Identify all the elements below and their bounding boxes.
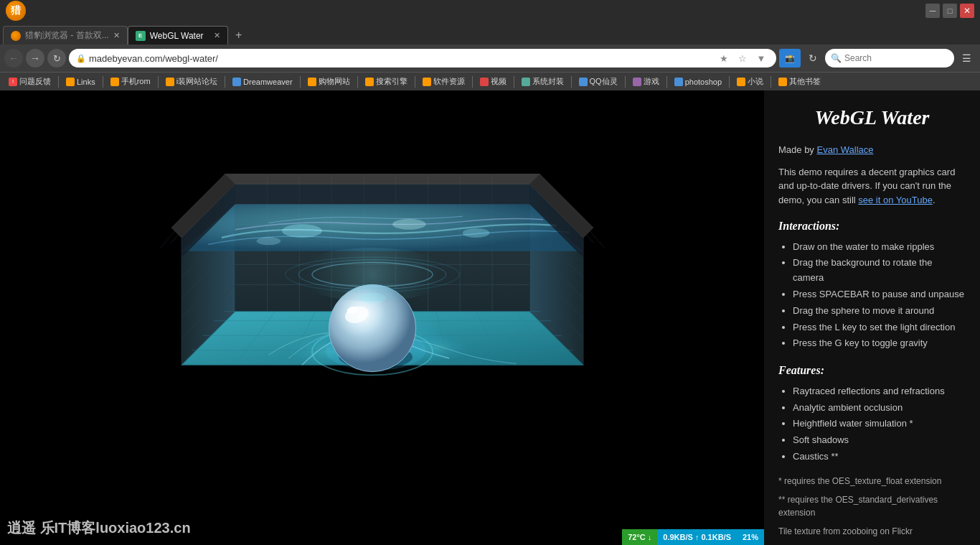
tab-2[interactable]: E WebGL Water ✕ [128,26,228,45]
features-heading: Features: [778,361,966,380]
bookmark-system[interactable]: 系统封装 [517,75,568,88]
search-icon: 🔍 [831,53,842,63]
bookmark-other[interactable]: 其他书签 [774,75,825,88]
bookmark-separator-14 [771,76,771,88]
interactions-list: Draw on the water to make ripples Drag t… [778,240,966,352]
bookmark-separator-1 [58,76,59,88]
bookmark-separator-4 [225,76,225,88]
download-arrow-icon: ↑ [695,533,699,541]
bookmark-games[interactable]: 游戏 [628,75,664,88]
address-bar-row: ← → ↻ 🔒 madebyevan.com/webgl-water/ ★ ☆ … [0,45,980,72]
address-menu-icon[interactable]: ▼ [753,50,769,66]
app-logo: 猎 [6,1,26,21]
description-end: . [933,195,936,205]
bookmark-phone[interactable]: 手机rom [106,75,155,88]
bookmark-links[interactable]: Links [62,76,100,88]
author-link[interactable]: Evan Wallace [816,144,873,155]
footnote-1: * requires the OES_texture_float extensi… [778,475,966,488]
bookmark-phone-label: 手机rom [121,76,151,87]
minimize-icon[interactable]: ─ [925,4,940,18]
bookmark-feedback[interactable]: ! 问题反馈 [4,75,55,88]
search-input[interactable] [844,53,952,63]
new-tab-button[interactable]: + [230,26,248,45]
tab-bar: 猎豹浏览器 - 首款双... ✕ E WebGL Water ✕ + [0,22,980,45]
tab-2-close[interactable]: ✕ [214,31,220,40]
bookmark-feedback-label: 问题反馈 [19,76,51,87]
feature-4: Soft shadows [793,433,966,448]
maximize-icon[interactable]: □ [943,4,957,18]
svg-marker-76 [225,174,540,184]
interactions-heading: Interactions: [778,217,966,236]
youtube-link[interactable]: see it on YouTube [858,195,933,205]
tab-1-favicon [11,31,21,41]
bookmark-shopping-icon [308,78,316,86]
watermark: 逍遥 乐IT博客luoxiao123.cn [7,518,191,538]
bookmark-system-icon [522,78,530,86]
features-list: Raytraced reflections and refractions An… [778,384,966,465]
interaction-6: Press the G key to toggle gravity [793,336,966,351]
watermark-text: 逍遥 乐IT博客luoxiao123.cn [7,520,191,536]
svg-point-52 [282,224,322,238]
title-bar: 猎 ─ □ ✕ [0,0,980,22]
bookmark-separator-2 [103,76,103,88]
download-speed-value: 0.9KB/S [663,533,693,541]
svg-point-54 [463,228,489,237]
bookmark-qq[interactable]: QQ仙灵 [575,75,622,88]
address-bar[interactable]: 🔒 madebyevan.com/webgl-water/ ★ ☆ ▼ [69,49,776,67]
address-bar-icons: ★ ☆ ▼ [716,50,769,66]
svg-point-53 [392,218,426,229]
refresh-button[interactable]: ↻ [47,49,66,67]
temp-arrow-icon: ↓ [648,533,652,541]
bookmark-links-label: Links [77,78,95,86]
extensions-button[interactable]: 📸 [779,49,801,67]
bookmark-search[interactable]: 搜索引擎 [361,75,412,88]
bookmark-phone-icon [110,78,119,86]
close-icon[interactable]: ✕ [960,4,974,18]
interaction-5: Press the L key to set the light directi… [793,320,966,335]
water-scene [110,117,655,519]
bookmark-separator-7 [415,76,415,88]
temperature-status: 72°C ↓ [622,529,657,545]
bookmark-novel[interactable]: 小说 [732,75,768,88]
tile-texture-note: Tile texture from zooboing on Flickr [778,525,966,538]
tab-1[interactable]: 猎豹浏览器 - 首款双... ✕ [3,26,128,45]
bookmark-ps[interactable]: photoshop [670,76,726,88]
bookmark-i4[interactable]: i装网站论坛 [161,75,222,88]
footnote-2: ** requires the OES_standard_derivatives… [778,493,966,519]
right-panel: WebGL Water Made by Evan Wallace This de… [764,90,980,545]
star-icon[interactable]: ☆ [735,50,750,66]
feature-1: Raytraced reflections and refractions [793,384,966,399]
interaction-3: Press SPACEBAR to pause and unpause [793,287,966,302]
upload-speed-value: 0.1KB/S [701,533,731,541]
feature-5: Caustics ** [793,449,966,465]
bookmark-separator-8 [472,76,473,88]
main-content: 72°C ↓ 0.9KB/S ↑ 0.1KB/S 21% 逍遥 乐IT博客luo… [0,90,980,545]
svg-point-64 [292,248,453,302]
bookmark-ps-icon [674,78,683,86]
bookmark-star-icon[interactable]: ★ [716,50,732,66]
bookmark-search-icon [365,78,374,86]
bookmark-games-icon [633,78,641,86]
bookmark-software[interactable]: 软件资源 [418,75,469,88]
bookmark-video-label: 视频 [491,76,507,87]
bookmark-video[interactable]: 视频 [476,75,511,88]
address-text: madebyevan.com/webgl-water/ [89,53,710,64]
bookmark-separator-5 [300,76,301,88]
canvas-area[interactable]: 72°C ↓ 0.9KB/S ↑ 0.1KB/S 21% 逍遥 乐IT博客luo… [0,90,764,545]
back-button[interactable]: ← [4,49,23,67]
menu-button[interactable]: ☰ [957,49,976,67]
bookmark-dw[interactable]: Dreamweaver [228,76,296,88]
forward-button[interactable]: → [26,49,44,67]
bookmark-links-icon [66,78,75,86]
percent-status: 21% [737,529,764,545]
tab-1-close[interactable]: ✕ [113,31,120,40]
bookmark-separator-9 [514,76,514,88]
bookmark-qq-label: QQ仙灵 [590,76,618,87]
bookmark-other-icon [778,78,787,86]
search-box[interactable]: 🔍 [825,49,954,67]
bookmark-shopping[interactable]: 购物网站 [303,75,354,88]
feature-2: Analytic ambient occlusion [793,401,966,416]
bookmark-novel-icon [737,78,745,86]
reload-stop-button[interactable]: ↻ [804,49,822,67]
interaction-1: Draw on the water to make ripples [793,240,966,255]
